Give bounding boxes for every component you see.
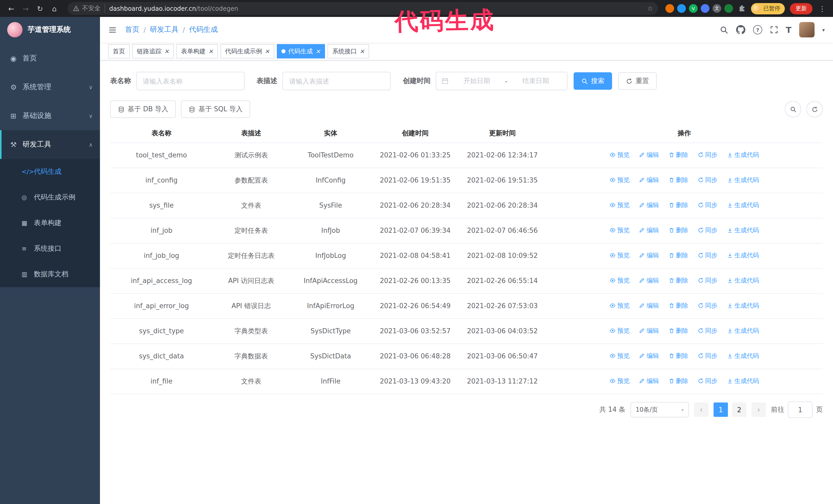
preview-link[interactable]: 预览 bbox=[610, 250, 629, 261]
edit-link[interactable]: 编辑 bbox=[639, 351, 659, 361]
delete-link[interactable]: 删除 bbox=[668, 250, 688, 261]
generate-code-link[interactable]: 生成代码 bbox=[727, 275, 759, 286]
edit-link[interactable]: 编辑 bbox=[639, 301, 659, 311]
edit-link[interactable]: 编辑 bbox=[639, 225, 659, 235]
close-icon[interactable]: × bbox=[208, 48, 213, 54]
date-range-picker[interactable]: 开始日期 - 结束日期 bbox=[436, 72, 568, 90]
edit-link[interactable]: 编辑 bbox=[639, 250, 659, 261]
delete-link[interactable]: 删除 bbox=[668, 326, 688, 336]
sync-link[interactable]: 同步 bbox=[697, 326, 717, 336]
import-db-button[interactable]: 基于 DB 导入 bbox=[110, 100, 176, 118]
extensions-puzzle-icon[interactable] bbox=[738, 5, 746, 12]
sidebar-menu-item[interactable]: ⊞ 基础设施 ∨ bbox=[0, 101, 100, 130]
delete-link[interactable]: 删除 bbox=[668, 301, 688, 311]
toggle-search-button[interactable] bbox=[785, 101, 801, 117]
sidebar-submenu-item[interactable]: ▦ 表单构建 bbox=[0, 210, 100, 236]
sidebar-submenu-item[interactable]: ≡ 系统接口 bbox=[0, 236, 100, 262]
font-size-icon[interactable]: T bbox=[786, 25, 791, 34]
tab[interactable]: 系统接口 × bbox=[328, 44, 369, 58]
edit-link[interactable]: 编辑 bbox=[639, 150, 659, 160]
search-button[interactable]: 搜索 bbox=[574, 72, 612, 90]
fullscreen-icon[interactable] bbox=[770, 26, 778, 34]
tab[interactable]: 代码生成 × bbox=[277, 44, 325, 58]
edit-link[interactable]: 编辑 bbox=[639, 326, 659, 336]
goto-page-input[interactable] bbox=[788, 402, 812, 418]
preview-link[interactable]: 预览 bbox=[610, 326, 629, 336]
generate-code-link[interactable]: 生成代码 bbox=[727, 200, 759, 210]
edit-link[interactable]: 编辑 bbox=[639, 175, 659, 185]
page-size-select[interactable]: 10条/页 ▾ bbox=[630, 402, 689, 417]
browser-menu-icon[interactable]: ⋮ bbox=[816, 4, 828, 13]
generate-code-link[interactable]: 生成代码 bbox=[727, 225, 759, 235]
sidebar-menu-item[interactable]: ⚒ 研发工具 ∧ bbox=[0, 130, 100, 159]
sidebar-menu-item[interactable]: ⚙ 系统管理 ∨ bbox=[0, 73, 100, 101]
browser-extension-icon[interactable]: V bbox=[689, 4, 698, 13]
generate-code-link[interactable]: 生成代码 bbox=[727, 351, 759, 361]
reset-button[interactable]: 重置 bbox=[618, 72, 657, 90]
tab[interactable]: 链路追踪 × bbox=[132, 44, 174, 58]
next-page-button[interactable]: › bbox=[752, 403, 766, 417]
edit-link[interactable]: 编辑 bbox=[639, 200, 659, 210]
close-icon[interactable]: × bbox=[264, 48, 270, 54]
prev-page-button[interactable]: ‹ bbox=[694, 403, 709, 417]
generate-code-link[interactable]: 生成代码 bbox=[727, 376, 759, 386]
table-name-input[interactable] bbox=[136, 72, 244, 90]
help-icon[interactable]: ? bbox=[753, 25, 762, 34]
browser-extension-icon[interactable] bbox=[724, 4, 733, 13]
avatar-caret-icon[interactable]: ▾ bbox=[822, 27, 825, 32]
close-icon[interactable]: × bbox=[315, 48, 320, 54]
delete-link[interactable]: 删除 bbox=[668, 275, 688, 286]
browser-forward-button[interactable]: → bbox=[20, 2, 32, 15]
edit-link[interactable]: 编辑 bbox=[639, 376, 659, 386]
browser-back-button[interactable]: ← bbox=[5, 2, 18, 15]
delete-link[interactable]: 删除 bbox=[668, 376, 688, 386]
preview-link[interactable]: 预览 bbox=[610, 200, 629, 210]
page-number-button[interactable]: 1 bbox=[714, 403, 728, 417]
sync-link[interactable]: 同步 bbox=[697, 376, 717, 386]
tab[interactable]: 表单构建 × bbox=[176, 44, 218, 58]
address-bar[interactable]: 不安全 dashboard.yudao.iocoder.cn /tool/cod… bbox=[68, 2, 658, 15]
delete-link[interactable]: 删除 bbox=[668, 150, 688, 160]
preview-link[interactable]: 预览 bbox=[610, 351, 629, 361]
browser-extension-icon[interactable] bbox=[677, 4, 686, 13]
browser-profile-chip[interactable]: 已暂停 bbox=[751, 3, 785, 14]
bookmark-star-icon[interactable]: ☆ bbox=[647, 5, 653, 12]
tab[interactable]: 代码生成示例 × bbox=[220, 44, 274, 58]
sidebar-toggle-icon[interactable] bbox=[108, 25, 117, 34]
sidebar-submenu-item[interactable]: ◎ 代码生成示例 bbox=[0, 185, 100, 210]
refresh-table-button[interactable] bbox=[806, 101, 823, 117]
preview-link[interactable]: 预览 bbox=[610, 175, 629, 185]
preview-link[interactable]: 预览 bbox=[610, 376, 629, 386]
delete-link[interactable]: 删除 bbox=[668, 225, 688, 235]
browser-home-button[interactable]: ⌂ bbox=[48, 2, 61, 15]
generate-code-link[interactable]: 生成代码 bbox=[727, 250, 759, 261]
sync-link[interactable]: 同步 bbox=[697, 351, 717, 361]
preview-link[interactable]: 预览 bbox=[610, 150, 629, 160]
preview-link[interactable]: 预览 bbox=[610, 225, 629, 235]
sync-link[interactable]: 同步 bbox=[697, 225, 717, 235]
close-icon[interactable]: × bbox=[360, 48, 365, 54]
user-avatar[interactable] bbox=[799, 22, 814, 38]
browser-extension-icon[interactable] bbox=[701, 4, 710, 13]
table-desc-input[interactable] bbox=[282, 72, 390, 90]
sidebar-submenu-item[interactable]: ▥ 数据库文档 bbox=[0, 262, 100, 287]
sync-link[interactable]: 同步 bbox=[697, 175, 717, 185]
app-logo[interactable]: 芋道管理系统 bbox=[0, 17, 100, 43]
delete-link[interactable]: 删除 bbox=[668, 200, 688, 210]
preview-link[interactable]: 预览 bbox=[610, 301, 629, 311]
search-icon[interactable] bbox=[720, 25, 729, 34]
sidebar-submenu-item[interactable]: </> 代码生成 bbox=[0, 159, 100, 185]
browser-extension-icon[interactable]: 文 bbox=[713, 4, 721, 13]
security-indicator[interactable]: 不安全 bbox=[73, 4, 105, 13]
breadcrumb-devtools[interactable]: 研发工具 bbox=[150, 25, 178, 34]
browser-reload-button[interactable]: ↻ bbox=[34, 2, 46, 15]
sync-link[interactable]: 同步 bbox=[697, 150, 717, 160]
close-icon[interactable]: × bbox=[164, 48, 169, 54]
sync-link[interactable]: 同步 bbox=[697, 301, 717, 311]
browser-update-button[interactable]: 更新 bbox=[790, 3, 812, 14]
sync-link[interactable]: 同步 bbox=[697, 200, 717, 210]
breadcrumb-home[interactable]: 首页 bbox=[125, 25, 139, 34]
sidebar-menu-item[interactable]: ◉ 首页 bbox=[0, 44, 100, 73]
generate-code-link[interactable]: 生成代码 bbox=[727, 301, 759, 311]
preview-link[interactable]: 预览 bbox=[610, 275, 629, 286]
